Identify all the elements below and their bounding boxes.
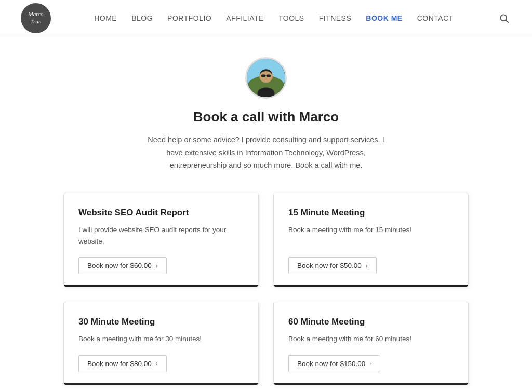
nav-home[interactable]: HOME [94,14,117,22]
svg-rect-6 [261,75,265,77]
avatar [245,57,287,99]
book-seo-audit-button[interactable]: Book now for $60.00 › [78,257,167,274]
nav-fitness[interactable]: FITNESS [319,14,352,22]
logo-text-line1: Marco [29,11,44,18]
card-30min-description: Book a meeting with me for 30 minutes! [78,333,244,345]
book-30min-label: Book now for $80.00 [87,360,152,368]
svg-point-4 [257,88,274,99]
main-content: Book a call with Marco Need help or some… [0,36,532,392]
card-15min-title: 15 Minute Meeting [288,208,454,218]
nav-portfolio[interactable]: PORTFOLIO [167,14,211,22]
card-15min-description: Book a meeting with me for 15 minutes! [288,224,454,247]
nav-blog[interactable]: BLOG [131,14,153,22]
chevron-right-icon: › [369,360,371,367]
main-nav: HOME BLOG PORTFOLIO AFFILIATE TOOLS FITN… [94,14,454,22]
card-15min-meeting: 15 Minute Meeting Book a meeting with me… [273,193,469,287]
search-button[interactable] [497,11,511,25]
book-60min-button[interactable]: Book now for $150.00 › [288,355,380,372]
header: Marco Tran HOME BLOG PORTFOLIO AFFILIATE… [0,0,532,36]
avatar-container [245,57,287,99]
logo-text-line2: Tran [31,18,42,25]
card-seo-audit: Website SEO Audit Report I will provide … [63,193,259,287]
card-60min-title: 60 Minute Meeting [288,317,454,327]
nav-tools[interactable]: TOOLS [278,14,304,22]
book-15min-button[interactable]: Book now for $50.00 › [288,257,377,274]
chevron-right-icon: › [156,262,158,269]
book-seo-audit-label: Book now for $60.00 [87,262,152,269]
card-60min-meeting: 60 Minute Meeting Book a meeting with me… [273,302,469,385]
nav-book-me[interactable]: BOOK ME [366,14,402,22]
page-title: Book a call with Marco [193,109,339,125]
nav-contact[interactable]: CONTACT [417,14,454,22]
book-15min-label: Book now for $50.00 [297,262,362,269]
search-icon [499,13,509,23]
nav-affiliate[interactable]: AFFILIATE [226,14,264,22]
book-60min-label: Book now for $150.00 [297,360,365,368]
card-60min-description: Book a meeting with me for 60 minutes! [288,333,454,345]
chevron-right-icon: › [156,360,158,367]
card-30min-title: 30 Minute Meeting [78,317,244,327]
svg-line-1 [506,20,509,22]
site-logo[interactable]: Marco Tran [21,3,51,33]
card-seo-audit-description: I will provide website SEO audit reports… [78,224,244,247]
card-30min-meeting: 30 Minute Meeting Book a meeting with me… [63,302,259,385]
chevron-right-icon: › [366,262,368,269]
cards-grid: Website SEO Audit Report I will provide … [63,193,469,385]
svg-rect-7 [267,75,271,77]
book-30min-button[interactable]: Book now for $80.00 › [78,355,167,372]
card-seo-audit-title: Website SEO Audit Report [78,208,244,218]
page-description: Need help or some advice? I provide cons… [141,133,391,172]
avatar-image [247,57,285,99]
